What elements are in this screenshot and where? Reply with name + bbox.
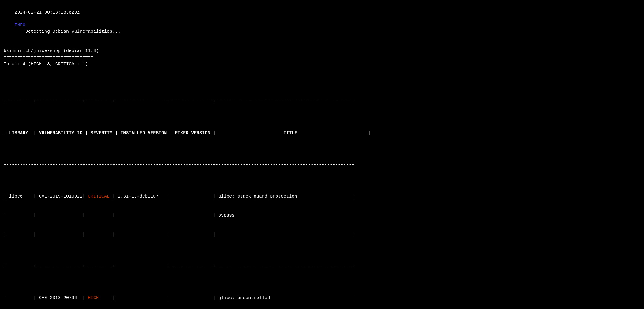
table-row: | | | | | | | <box>4 231 640 238</box>
table-row: | | | | | | bypass | <box>4 212 640 219</box>
timestamp: 2024-02-21T00:13:18.629Z <box>14 10 80 15</box>
table-header-border: +----------+-----------------+----------… <box>4 162 640 168</box>
separator: ================================= <box>4 55 640 61</box>
table-row: | | CVE-2018-20796 | HIGH | | | glibc: u… <box>4 295 640 301</box>
table-row: | libc6 | CVE-2019-1010022| CRITICAL | 2… <box>4 193 640 200</box>
table-border-top: +----------+-----------------+----------… <box>4 98 640 105</box>
summary: Total: 4 (HIGH: 3, CRITICAL: 1) <box>4 61 640 67</box>
log-level: INFO <box>14 23 25 28</box>
package-name: bkimminich/juice-shop (debian 11.8) <box>4 48 640 54</box>
table-header-row: | LIBRARY | VULNERABILITY ID | SEVERITY … <box>4 130 640 136</box>
log-line: 2024-02-21T00:13:18.629Z INFO Detecting … <box>4 3 640 41</box>
log-message: Detecting Debian vulnerabilities... <box>14 29 120 34</box>
table-row-border: + +-----------------+----------+ +------… <box>4 263 640 269</box>
vulnerability-table: +----------+-----------------+----------… <box>4 73 640 309</box>
